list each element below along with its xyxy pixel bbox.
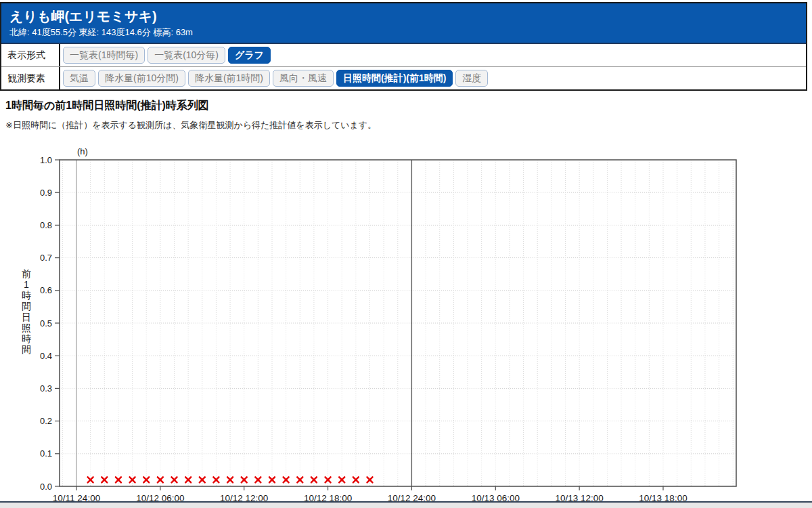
y-axis-title-char: 間: [22, 344, 31, 355]
amedas-graph-page: えりも岬(エリモミサキ) 北緯: 41度55.5分 東経: 143度14.6分 …: [0, 0, 812, 508]
y-tick-label: 0.5: [40, 318, 52, 329]
observation-element-button-4[interactable]: 風向・風速: [273, 70, 334, 87]
observation-elements-label: 観測要素: [1, 67, 60, 89]
display-format-row: 表示形式 一覧表(1時間毎)一覧表(10分毎)グラフ: [1, 44, 806, 67]
y-tick-label: 0.4: [40, 351, 52, 361]
y-axis-title-char: 間: [22, 301, 31, 312]
observation-elements-row: 観測要素 気温降水量(前10分間)降水量(前1時間)風向・風速日照時間(推計)(…: [1, 67, 806, 89]
y-axis-title-char: 日: [22, 312, 31, 322]
observation-element-button-6[interactable]: 湿度: [455, 70, 488, 87]
display-format-button-2[interactable]: 一覧表(10分毎): [148, 47, 225, 64]
y-axis-title-char: 時: [22, 290, 31, 301]
y-tick-label: 0.0: [40, 482, 52, 492]
station-header: えりも岬(エリモミサキ) 北緯: 41度55.5分 東経: 143度14.6分 …: [1, 3, 806, 44]
y-tick-label: 0.7: [40, 253, 52, 263]
observation-element-button-5-selected[interactable]: 日照時間(推計)(前1時間): [336, 70, 453, 87]
station-coordinates: 北緯: 41度55.5分 東経: 143度14.6分 標高: 63m: [9, 26, 798, 39]
y-tick-label: 0.2: [40, 416, 52, 426]
y-tick-label: 1.0: [40, 155, 52, 165]
y-axis-title-char: 1: [24, 279, 29, 290]
footer-bar: [0, 501, 812, 508]
y-tick-label: 0.9: [40, 188, 52, 198]
y-tick-label: 0.6: [40, 285, 52, 295]
chart-svg: 0.00.10.20.30.40.50.60.70.80.91.010/11 2…: [0, 141, 812, 508]
chart-heading: 1時間毎の前1時間日照時間(推計)時系列図: [5, 99, 209, 113]
chart-note: ※日照時間に（推計）を表示する観測所は、気象衛星観測から得た推計値を表示していま…: [5, 119, 376, 131]
display-format-label: 表示形式: [1, 44, 60, 66]
y-axis-title-char: 照: [22, 322, 31, 333]
display-format-buttons: 一覧表(1時間毎)一覧表(10分毎)グラフ: [60, 44, 806, 66]
observation-element-buttons: 気温降水量(前10分間)降水量(前1時間)風向・風速日照時間(推計)(前1時間)…: [60, 67, 806, 89]
y-axis-title-char: 時: [22, 333, 31, 344]
sunshine-time-series-chart: 0.00.10.20.30.40.50.60.70.80.91.010/11 2…: [0, 141, 812, 508]
station-title: えりも岬(エリモミサキ): [9, 8, 798, 24]
observation-element-button-1[interactable]: 気温: [63, 70, 95, 87]
observation-element-button-3[interactable]: 降水量(前1時間): [188, 70, 270, 87]
observation-element-button-2[interactable]: 降水量(前10分間): [98, 70, 185, 87]
station-info-box: えりも岬(エリモミサキ) 北緯: 41度55.5分 東経: 143度14.6分 …: [0, 2, 807, 91]
display-format-button-3-selected[interactable]: グラフ: [228, 47, 271, 64]
y-axis-title-char: 前: [22, 268, 31, 279]
y-tick-label: 0.3: [40, 383, 52, 394]
display-format-button-1[interactable]: 一覧表(1時間毎): [63, 47, 145, 64]
y-tick-label: 0.8: [40, 220, 52, 230]
y-tick-label: 0.1: [40, 448, 52, 459]
y-axis-unit-label: (h): [77, 146, 88, 156]
